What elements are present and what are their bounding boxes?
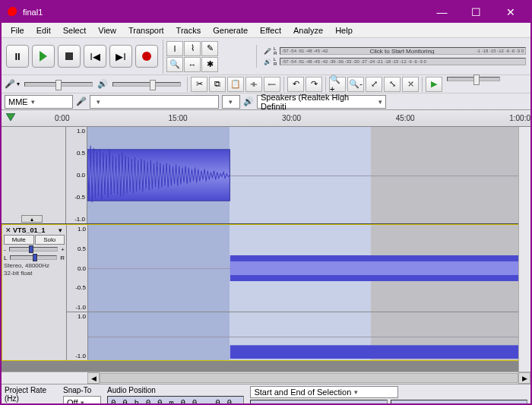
timeshift-tool-icon[interactable]: ↔ xyxy=(184,57,201,72)
menu-select[interactable]: Select xyxy=(57,24,93,36)
rec-gain-chevron-icon[interactable]: ▾ xyxy=(17,81,20,87)
menu-view[interactable]: View xyxy=(92,24,122,36)
scroll-left-icon[interactable]: ◀ xyxy=(87,372,100,384)
menu-effect[interactable]: Effect xyxy=(254,24,287,36)
ruler-label: 45:00 xyxy=(396,114,510,122)
menu-edit[interactable]: Edit xyxy=(30,24,57,36)
audio-position-field[interactable]: 0 0 h 0 0 m 0 0 . 0 0 0 s xyxy=(107,396,244,405)
track-depth-label: 32-bit float xyxy=(4,270,65,277)
solo-button[interactable]: Solo xyxy=(35,235,65,245)
menu-generate[interactable]: Generate xyxy=(207,24,254,36)
record-button[interactable] xyxy=(135,45,158,68)
vertical-scale[interactable]: 1.0 -1.0 xyxy=(67,312,88,360)
pan-slider[interactable] xyxy=(10,255,57,260)
vertical-scrollbar[interactable] xyxy=(518,127,530,372)
menu-transport[interactable]: Transport xyxy=(122,24,170,36)
stop-button[interactable] xyxy=(58,45,81,68)
panel-collapse-icon[interactable]: ▴ xyxy=(21,215,43,223)
scroll-right-icon[interactable]: ▶ xyxy=(518,372,530,384)
draw-tool-icon[interactable]: ✎ xyxy=(201,41,218,56)
envelope-tool-icon[interactable]: ⌇ xyxy=(184,41,201,56)
minimize-button[interactable]: — xyxy=(425,2,459,23)
fit-sel-icon[interactable]: ⤢ xyxy=(366,77,382,92)
track: ▴ 1.0 0.5 0.0 -0.5 -1.0 xyxy=(2,127,530,224)
zoom-toggle-icon[interactable]: ⤫ xyxy=(402,77,419,92)
maximize-button[interactable]: ☐ xyxy=(459,2,493,23)
scale-label: 0.0 xyxy=(68,265,86,272)
zoom-tool-icon[interactable]: 🔍 xyxy=(166,57,183,72)
menu-tracks[interactable]: Tracks xyxy=(170,24,207,36)
selection-start-field[interactable]: 0 0 h 0 0 m 0 0 . 0 0 0 s xyxy=(250,400,387,405)
rec-lr-label: LR xyxy=(274,46,280,55)
playback-meter[interactable]: -57 -54 -51 -48 -45 -42 -39 -36 -33 -30 … xyxy=(280,58,526,65)
menu-file[interactable]: File xyxy=(5,24,30,36)
menu-help[interactable]: Help xyxy=(329,24,359,36)
scale-label: -1.0 xyxy=(68,353,86,359)
meter-ticks-out: -57 -54 -51 -48 -45 -42 -39 -36 -33 -30 … xyxy=(282,59,426,64)
undo-icon[interactable]: ↶ xyxy=(287,77,304,92)
scale-label: 0.5 xyxy=(68,150,85,157)
multi-tool-icon[interactable]: ✱ xyxy=(201,57,218,72)
scale-label: -1.0 xyxy=(68,304,86,311)
skip-start-button[interactable]: I◀ xyxy=(84,45,106,68)
close-button[interactable]: ✕ xyxy=(493,2,527,23)
playback-device-combo[interactable]: Speakers (Realtek High Definiti xyxy=(257,95,386,109)
window-title: final1 xyxy=(23,8,425,17)
play-at-speed-button[interactable]: ▶ xyxy=(426,77,442,92)
recording-volume-slider[interactable] xyxy=(24,82,93,87)
snap-to-combo[interactable]: Off xyxy=(63,396,101,405)
scale-label: -0.5 xyxy=(68,194,85,201)
mute-button[interactable]: Mute xyxy=(4,235,34,245)
playback-volume-slider[interactable] xyxy=(112,82,181,87)
zoom-out-icon[interactable]: 🔍- xyxy=(347,77,364,92)
speaker-icon[interactable]: 🔊 xyxy=(261,59,274,65)
horizontal-scrollbar[interactable]: ◀ ▶ xyxy=(87,372,530,384)
waveform xyxy=(88,225,530,312)
silence-icon[interactable]: ⟝ xyxy=(264,77,280,92)
track: ✕ VTS_01_1 ▾ Mute Solo -+ LR Stereo, 480… xyxy=(2,224,530,361)
copy-icon[interactable]: ⧉ xyxy=(209,77,226,92)
selection-end-field[interactable]: 0 0 h 3 9 m 1 5 . 5 0 4 s xyxy=(391,400,527,405)
recording-channels-combo[interactable] xyxy=(222,95,240,109)
recording-meter[interactable]: -57 -54 -51 -48 -45 -42Click to Start Mo… xyxy=(280,47,526,55)
selection-tool-icon[interactable]: I xyxy=(166,41,183,56)
track-name[interactable]: VTS_01_1 xyxy=(13,226,55,234)
play-button[interactable] xyxy=(32,45,55,68)
zoom-in-icon[interactable]: 🔍+ xyxy=(329,77,346,92)
tracks-area: ▴ 1.0 0.5 0.0 -0.5 -1.0 xyxy=(2,127,530,372)
meter-ticks-left: -57 -54 -51 -48 -45 -42 xyxy=(282,49,328,53)
timeline-ruler[interactable]: 0:00 15:00 30:00 45:00 1:00:0 xyxy=(2,110,530,127)
skip-end-button[interactable]: ▶I xyxy=(109,45,132,68)
waveform-display[interactable] xyxy=(88,312,530,360)
pause-button[interactable]: II xyxy=(6,45,29,68)
trim-icon[interactable]: ⟛ xyxy=(245,77,262,92)
fit-project-icon[interactable]: ⤡ xyxy=(384,77,401,92)
selection-mode-combo[interactable]: Start and End of Selection xyxy=(250,386,398,398)
scale-label: 1.0 xyxy=(68,226,86,233)
host-combo[interactable]: MME xyxy=(5,95,73,109)
redo-icon[interactable]: ↷ xyxy=(306,77,322,92)
transport-controls: II I◀ ▶I xyxy=(2,45,163,68)
vertical-scale[interactable]: 1.0 0.5 0.0 -0.5 -1.0 xyxy=(67,225,88,312)
menubar: File Edit Select View Transport Tracks G… xyxy=(2,23,530,38)
menu-analyze[interactable]: Analyze xyxy=(287,24,329,36)
mic-icon[interactable]: 🎤 xyxy=(261,48,274,55)
track-close-icon[interactable]: ✕ xyxy=(4,226,13,234)
cut-icon[interactable]: ✂ xyxy=(191,77,207,92)
vertical-scale[interactable]: 1.0 0.5 0.0 -0.5 -1.0 xyxy=(66,127,87,223)
meter-toolbar: 🎤 LR -57 -54 -51 -48 -45 -42Click to Sta… xyxy=(256,45,530,68)
track-control-panel[interactable]: ✕ VTS_01_1 ▾ Mute Solo -+ LR Stereo, 480… xyxy=(2,225,67,360)
track-menu-chevron-icon[interactable]: ▾ xyxy=(55,226,65,234)
recording-device-combo[interactable] xyxy=(90,95,219,109)
gain-slider[interactable] xyxy=(9,247,59,252)
paste-icon[interactable]: 📋 xyxy=(227,77,244,92)
waveform-display[interactable] xyxy=(87,127,530,223)
ruler-label: 0:00 xyxy=(55,114,169,122)
scale-label: -0.5 xyxy=(68,284,86,291)
track-control-panel[interactable]: ▴ xyxy=(2,127,66,223)
play-speed-slider[interactable] xyxy=(447,77,500,81)
waveform xyxy=(87,127,530,223)
pin-icon[interactable] xyxy=(6,113,15,122)
waveform xyxy=(88,312,530,360)
waveform-display[interactable] xyxy=(88,225,530,312)
